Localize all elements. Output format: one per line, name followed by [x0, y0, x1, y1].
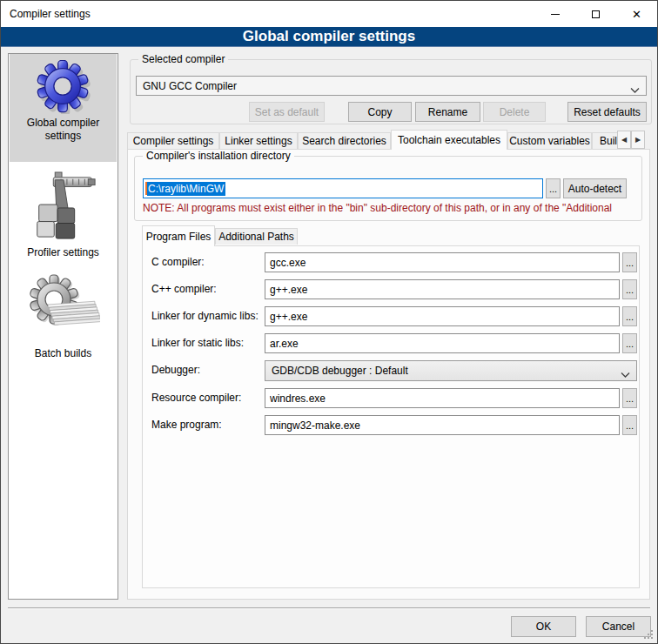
tab-custom-variables[interactable]: Custom variables: [507, 132, 592, 149]
minimize-button[interactable]: [534, 1, 575, 27]
resource-compiler-label: Resource compiler:: [151, 388, 265, 408]
linker-for-static-libs-label: Linker for static libs:: [151, 333, 265, 353]
gear-stack-icon: [27, 272, 100, 345]
tab-search-directories[interactable]: Search directories: [298, 132, 391, 149]
sidebar-item-profiler-settings[interactable]: Profiler settings: [10, 167, 117, 265]
linker-for-dynamic-libs-browse-button[interactable]: ...: [622, 306, 637, 326]
installation-directory-group-label: Compiler's installation directory: [143, 150, 294, 163]
compiler-select[interactable]: GNU GCC Compiler: [136, 76, 647, 96]
resource-compiler-browse-button[interactable]: ...: [622, 388, 637, 408]
debugger-label: Debugger:: [151, 360, 265, 380]
tab-scroll-right-button[interactable]: ▶: [631, 131, 645, 149]
linker-for-dynamic-libs-input[interactable]: [265, 306, 620, 326]
close-icon: ✕: [632, 9, 641, 20]
window-title: Compiler settings: [10, 1, 91, 27]
settings-category-list: Global compiler settings Profiler settin…: [8, 53, 118, 600]
page-title: Global compiler settings: [1, 27, 657, 47]
selected-compiler-group-label: Selected compiler: [138, 53, 228, 66]
c-compiler-label: C++ compiler:: [151, 279, 265, 299]
browse-directory-button[interactable]: ...: [546, 178, 561, 198]
title-bar: Compiler settings ✕: [1, 1, 657, 27]
copy-button[interactable]: Copy: [348, 102, 412, 122]
linker-for-static-libs-browse-button[interactable]: ...: [622, 333, 637, 353]
make-program-input[interactable]: [265, 415, 620, 435]
resize-grip[interactable]: [651, 637, 653, 639]
close-button[interactable]: ✕: [616, 1, 657, 27]
c-compiler-input[interactable]: [265, 279, 620, 299]
delete-button: Delete: [483, 102, 546, 122]
sidebar-item-label: Batch builds: [30, 347, 97, 360]
c-compiler-input[interactable]: [265, 252, 620, 272]
subtab-program-files[interactable]: Program Files: [142, 225, 215, 246]
installation-directory-input[interactable]: C:\raylib\MinGW: [143, 178, 543, 198]
gear-blue-icon: [37, 60, 91, 114]
debugger-value: GDB/CDB debugger : Default: [272, 365, 408, 377]
sidebar-item-label: Global compiler settings: [10, 117, 117, 143]
debugger-select[interactable]: GDB/CDB debugger : Default: [265, 360, 637, 381]
chevron-down-icon: [621, 368, 630, 380]
c-compiler-browse-button[interactable]: ...: [622, 279, 637, 299]
set-as-default-button: Set as default: [249, 102, 325, 122]
sidebar-item-batch-builds[interactable]: Batch builds: [10, 270, 117, 376]
bin-subdirectory-note: NOTE: All programs must exist either in …: [143, 202, 637, 214]
tab-build-options[interactable]: Build options: [592, 132, 619, 149]
c-compiler-label: C compiler:: [151, 252, 265, 272]
minimize-icon: [551, 14, 560, 15]
compiler-settings-window: Compiler settings ✕ Global compiler sett…: [0, 0, 658, 644]
resource-compiler-input[interactable]: [265, 388, 620, 408]
sidebar-item-global-compiler-settings[interactable]: Global compiler settings: [10, 54, 117, 162]
linker-for-dynamic-libs-label: Linker for dynamic libs:: [151, 306, 265, 326]
installation-directory-value: C:\raylib\MinGW: [147, 182, 225, 196]
caliper-icon: [29, 169, 98, 244]
chevron-down-icon: [630, 84, 640, 96]
ok-button[interactable]: OK: [511, 616, 576, 637]
reset-defaults-button[interactable]: Reset defaults: [567, 102, 647, 122]
caption-buttons: ✕: [534, 1, 657, 27]
maximize-icon: [592, 10, 600, 18]
make-program-browse-button[interactable]: ...: [622, 415, 637, 435]
make-program-label: Make program:: [151, 415, 265, 435]
linker-for-static-libs-input[interactable]: [265, 333, 620, 353]
sidebar-item-label: Profiler settings: [22, 246, 104, 259]
cancel-button[interactable]: Cancel: [586, 616, 651, 637]
c-compiler-browse-button[interactable]: ...: [622, 252, 637, 272]
auto-detect-button[interactable]: Auto-detect: [563, 178, 627, 198]
subtab-additional-paths[interactable]: Additional Paths: [215, 228, 298, 245]
rename-button[interactable]: Rename: [415, 102, 480, 122]
tab-linker-settings[interactable]: Linker settings: [219, 132, 298, 149]
tab-toolchain-executables[interactable]: Toolchain executables: [391, 130, 507, 150]
tab-scroll-left-button[interactable]: ◀: [617, 131, 631, 149]
program-files-page: C compiler:...C++ compiler:...Linker for…: [142, 245, 640, 588]
footer-divider: [8, 607, 650, 609]
tab-compiler-settings[interactable]: Compiler settings: [127, 132, 219, 149]
maximize-button[interactable]: [575, 1, 616, 27]
compiler-select-value: GNU GCC Compiler: [143, 80, 237, 92]
